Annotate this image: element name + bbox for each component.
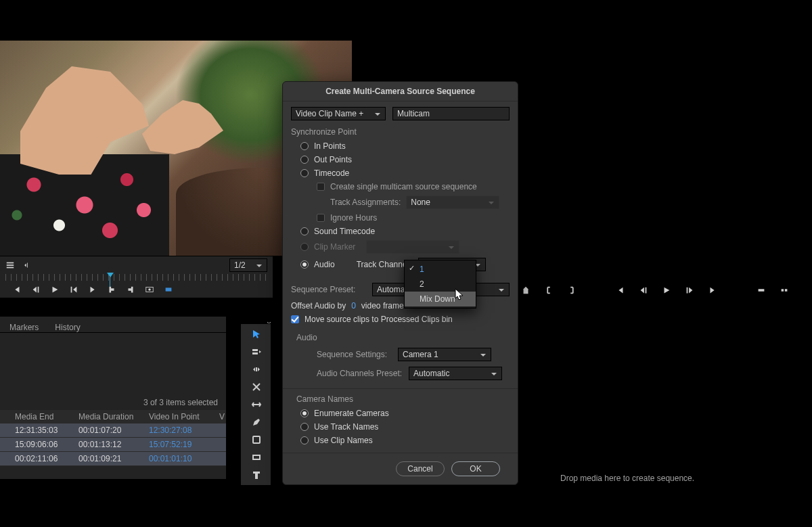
play-icon[interactable] [662, 285, 671, 295]
option-label: Clip Marker [314, 242, 355, 252]
svg-rect-2 [7, 267, 14, 269]
offset-audio-value[interactable]: 0 [351, 301, 356, 311]
tool-palette [240, 323, 271, 486]
insert-icon[interactable] [164, 285, 173, 294]
col-media-end[interactable]: Media End [15, 412, 76, 421]
tab-markers[interactable]: Markers [9, 323, 39, 332]
option-label: In Points [314, 141, 346, 151]
step-forward-icon[interactable] [685, 285, 694, 295]
step-forward-icon[interactable] [69, 285, 78, 294]
selection-tool-icon[interactable] [244, 327, 269, 342]
col-media-duration[interactable]: Media Duration [78, 412, 146, 421]
radio-icon [300, 436, 309, 444]
timeline-drop-hint: Drop media here to create sequence. [560, 474, 694, 483]
sync-clip-marker-option: Clip Marker [291, 238, 510, 256]
go-to-out-icon[interactable] [708, 285, 717, 295]
sync-audio-option[interactable]: Audio Track Channel 1 [291, 256, 510, 273]
hand-tool-icon[interactable] [244, 432, 269, 447]
mark-out-icon[interactable] [126, 285, 135, 294]
camera-names-label: Camera Names [291, 394, 510, 404]
step-back-icon[interactable] [639, 285, 648, 295]
tab-history[interactable]: History [55, 323, 80, 332]
project-row[interactable]: 00:02:11:06 00:01:09:21 00:01:01:10 [0, 452, 226, 466]
svg-rect-10 [253, 455, 260, 459]
radio-icon [300, 142, 309, 150]
list-view-icon[interactable] [5, 260, 15, 270]
step-back-icon[interactable] [31, 285, 41, 294]
chevron-down-icon [491, 370, 497, 377]
sequence-name-input[interactable]: Multicam [392, 107, 510, 120]
option-label: Use Track Names [314, 422, 378, 432]
svg-rect-7 [782, 289, 784, 292]
track-select-tool-icon[interactable] [244, 344, 269, 359]
offset-audio-label: Offset Audio by [291, 301, 346, 311]
extract-icon[interactable] [780, 285, 789, 295]
project-row[interactable]: 12:31:35:03 00:01:07:20 12:30:27:08 [0, 423, 226, 438]
mark-in-brace-icon[interactable] [544, 285, 554, 295]
cell-media-end: 15:09:06:06 [15, 440, 76, 449]
option-label: Enumerate Cameras [314, 409, 389, 418]
sync-sound-timecode-option[interactable]: Sound Timecode [291, 225, 510, 238]
track-channel-dropdown[interactable]: 1 2 Mix Down [404, 260, 476, 308]
clipname-mode-value: Video Clip Name + [296, 109, 363, 118]
mark-out-brace-icon[interactable] [567, 285, 577, 295]
use-clip-names-option[interactable]: Use Clip Names [291, 434, 510, 447]
clipname-mode-select[interactable]: Video Clip Name + [291, 107, 386, 120]
use-track-names-option[interactable]: Use Track Names [291, 420, 510, 434]
lift-icon[interactable] [757, 285, 766, 295]
audio-channels-preset-value: Automatic [413, 369, 449, 378]
play-icon[interactable] [50, 285, 60, 294]
dropdown-item[interactable]: Mix Down [405, 292, 476, 306]
ok-button[interactable]: OK [451, 461, 500, 476]
col-video-in[interactable]: Video In Point [149, 412, 217, 421]
option-label: Out Points [314, 155, 352, 164]
zoom-fit-value: 1/2 [234, 260, 246, 270]
zoom-fit-select[interactable]: 1/2 [229, 258, 267, 272]
sync-in-points-option[interactable]: In Points [291, 139, 510, 153]
move-source-clips-option[interactable]: Move source clips to Processed Clips bin [291, 313, 510, 326]
audio-channels-preset-select[interactable]: Automatic [409, 367, 502, 380]
audio-section-label: Audio [291, 333, 510, 342]
add-marker-icon[interactable] [521, 285, 531, 295]
chevron-down-icon [256, 262, 263, 269]
cell-media-duration: 00:01:09:21 [78, 454, 146, 463]
dialog-title: Create Multi-Camera Source Sequence [283, 82, 518, 101]
ignore-hours-option: Ignore Hours [291, 211, 510, 225]
razor-tool-icon[interactable] [244, 380, 269, 394]
dropdown-item[interactable]: 2 [405, 277, 476, 292]
checkbox-icon [317, 183, 325, 191]
monitor-time-ruler[interactable] [5, 274, 267, 281]
project-row[interactable]: 15:09:06:06 00:01:13:12 15:07:52:19 [0, 438, 226, 452]
go-to-out-icon[interactable] [88, 285, 97, 294]
checkbox-icon [291, 315, 299, 323]
cell-media-end: 00:02:11:06 [15, 454, 76, 463]
source-transport [0, 281, 273, 298]
ripple-edit-tool-icon[interactable] [244, 362, 269, 377]
pen-tool-icon[interactable] [244, 415, 269, 430]
col-v[interactable]: V [219, 412, 233, 421]
mark-in-icon[interactable] [107, 285, 116, 294]
radio-icon [300, 169, 309, 177]
cell-video-in: 00:01:01:10 [149, 454, 217, 463]
type-tool-icon[interactable] [244, 467, 269, 482]
sequence-settings-select[interactable]: Camera 1 [398, 348, 491, 361]
sync-point-label: Synchronize Point [291, 127, 510, 137]
cell-media-end: 12:31:35:03 [15, 426, 76, 435]
option-label: Create single multicam source sequence [330, 182, 477, 191]
sync-timecode-option[interactable]: Timecode [291, 166, 510, 180]
button-label: Cancel [407, 464, 432, 474]
export-frame-icon[interactable] [145, 285, 154, 294]
slip-tool-icon[interactable] [244, 397, 269, 412]
dropdown-item[interactable]: 1 [405, 262, 476, 277]
cancel-button[interactable]: Cancel [396, 461, 445, 476]
option-label: Sound Timecode [314, 227, 375, 236]
go-to-in-icon[interactable] [12, 285, 22, 294]
rectangle-tool-icon[interactable] [244, 450, 269, 465]
timecode-single-source-option: Create single multicam source sequence [291, 180, 510, 193]
playhead-icon[interactable] [107, 273, 114, 277]
enumerate-cameras-option[interactable]: Enumerate Cameras [291, 407, 510, 420]
sync-out-points-option[interactable]: Out Points [291, 153, 510, 166]
go-to-in-icon[interactable] [616, 285, 625, 295]
marker-drag-icon[interactable] [20, 260, 30, 270]
option-label: Use Clip Names [314, 436, 373, 445]
